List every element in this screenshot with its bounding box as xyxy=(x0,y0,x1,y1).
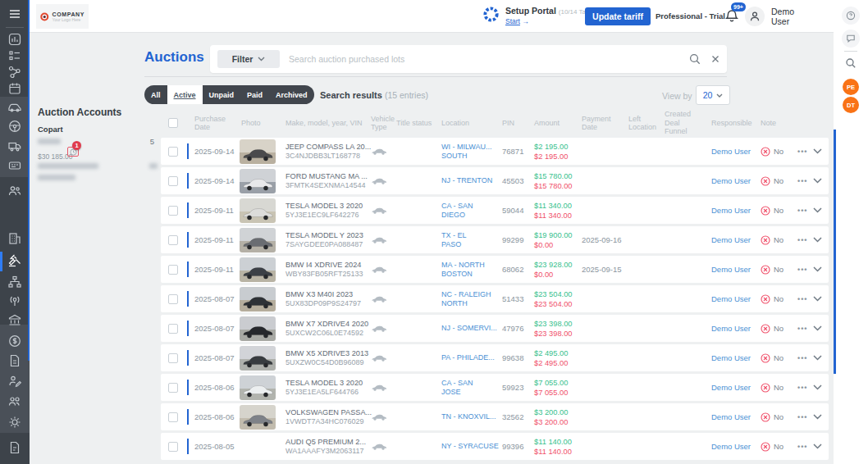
vehicle-make-model[interactable]: FORD MUSTANG MA ... xyxy=(286,172,364,180)
account-name-redacted[interactable] xyxy=(38,139,61,144)
pe-shortcut-button[interactable]: PE xyxy=(843,79,859,95)
truck-icon[interactable] xyxy=(0,137,30,155)
vehicle-make-model[interactable]: JEEP COMPASS LA 20... xyxy=(286,143,364,151)
table-row[interactable]: 2025-08-07 BMW X5 XDRIVE3 2013 5UXZW0C54… xyxy=(161,344,829,371)
broadcast-icon[interactable] xyxy=(0,292,30,310)
setup-start-link[interactable]: Start xyxy=(505,17,520,25)
row-expand-button[interactable] xyxy=(806,444,829,449)
responsible-link[interactable]: Demo User xyxy=(701,176,750,185)
table-row[interactable]: 2025-09-11 BMW I4 XDRIVE 2024 WBY83FB05R… xyxy=(161,256,829,283)
vehicle-photo[interactable] xyxy=(240,346,276,371)
location-link[interactable]: NJ - SOMERVI... xyxy=(436,324,491,333)
vehicle-make-model[interactable]: TESLA MODEL 3 2020 xyxy=(286,202,364,210)
bank-icon[interactable] xyxy=(0,311,30,329)
col-purchase-date[interactable]: Purchase Date xyxy=(189,110,236,136)
vehicle-photo[interactable] xyxy=(240,169,276,193)
table-scrollbar[interactable] xyxy=(834,130,836,374)
manager-icon[interactable] xyxy=(0,372,30,390)
row-expand-button[interactable] xyxy=(806,237,829,243)
row-checkbox[interactable] xyxy=(168,383,178,393)
sidebar-scrollbar[interactable] xyxy=(28,0,30,361)
vehicle-photo[interactable] xyxy=(240,405,276,430)
location-link[interactable]: NC - RALEIGHNORTH xyxy=(436,290,491,308)
row-checkbox[interactable] xyxy=(168,147,178,157)
location-link[interactable]: TX - ELPASO xyxy=(436,231,491,249)
col-note[interactable]: Note xyxy=(750,110,788,136)
row-checkbox[interactable] xyxy=(168,176,178,186)
row-expand-button[interactable] xyxy=(806,148,829,154)
row-expand-button[interactable] xyxy=(806,384,829,390)
select-all-checkbox[interactable] xyxy=(168,118,178,128)
vehicle-make-model[interactable]: BMW X3 M40I 2023 xyxy=(286,290,364,298)
tab-active[interactable]: Active xyxy=(167,85,203,104)
col-pin[interactable]: PIN xyxy=(491,110,523,136)
row-menu-button[interactable]: ••• xyxy=(788,354,806,362)
user-name[interactable]: DemoUser xyxy=(771,7,794,26)
table-row[interactable]: 2025-09-14 JEEP COMPASS LA 20... 3C4NJDB… xyxy=(161,138,829,165)
col-responsible[interactable]: Responsible xyxy=(701,110,750,136)
tasks-icon[interactable] xyxy=(0,47,30,65)
col-title-status[interactable]: Title status xyxy=(395,110,436,136)
row-expand-button[interactable] xyxy=(806,266,829,272)
vehicle-photo[interactable] xyxy=(240,228,276,252)
row-checkbox[interactable] xyxy=(168,294,178,304)
tab-all[interactable]: All xyxy=(144,85,167,104)
table-row[interactable]: 2025-08-07 BMW X3 M40I 2023 5UX83DP09P9S… xyxy=(161,285,829,312)
table-row[interactable]: 2025-08-05 AUDI Q5 PREMIUM 2... WA1AAAFY… xyxy=(161,433,829,460)
col-payment-date[interactable]: Payment Date xyxy=(571,110,618,136)
row-menu-button[interactable]: ••• xyxy=(788,236,806,244)
responsible-link[interactable]: Demo User xyxy=(701,353,750,362)
documents-icon[interactable] xyxy=(0,352,30,370)
team-icon[interactable] xyxy=(0,393,30,411)
responsible-link[interactable]: Demo User xyxy=(701,206,750,215)
vehicle-make-model[interactable]: TESLA MODEL Y 2023 xyxy=(286,231,364,239)
tab-archived[interactable]: Archived xyxy=(269,85,314,104)
row-menu-button[interactable]: ••• xyxy=(788,295,806,303)
row-expand-button[interactable] xyxy=(806,325,829,331)
location-link[interactable]: TN - KNOXVIL... xyxy=(436,412,491,421)
row-menu-button[interactable]: ••• xyxy=(788,177,806,185)
row-menu-button[interactable]: ••• xyxy=(788,443,806,451)
dt-shortcut-button[interactable]: DT xyxy=(843,97,859,113)
vehicle-photo[interactable] xyxy=(240,375,276,400)
row-checkbox[interactable] xyxy=(168,412,178,422)
auction-provider[interactable]: Copart xyxy=(38,125,161,134)
help-icon[interactable] xyxy=(842,7,860,25)
row-checkbox[interactable] xyxy=(168,235,178,245)
row-expand-button[interactable] xyxy=(806,178,829,184)
responsible-link[interactable]: Demo User xyxy=(701,412,750,421)
vehicle-photo[interactable] xyxy=(240,257,276,282)
row-menu-button[interactable]: ••• xyxy=(788,266,806,274)
row-checkbox[interactable] xyxy=(168,353,178,363)
location-link[interactable]: CA - SANDIEGO xyxy=(436,202,491,220)
calendar-icon[interactable] xyxy=(0,80,30,98)
clear-search-icon[interactable] xyxy=(709,52,722,66)
responsible-link[interactable]: Demo User xyxy=(701,235,750,244)
steering-wheel-icon[interactable] xyxy=(0,117,30,135)
row-checkbox[interactable] xyxy=(168,324,178,334)
location-link[interactable]: WI - MILWAU...SOUTH xyxy=(436,143,491,161)
row-expand-button[interactable] xyxy=(806,414,829,420)
row-menu-button[interactable]: ••• xyxy=(788,148,806,156)
car-auction-icon[interactable] xyxy=(0,98,30,116)
responsible-link[interactable]: Demo User xyxy=(701,147,750,156)
auctions-icon[interactable] xyxy=(0,252,30,270)
location-link[interactable]: MA - NORTHBOSTON xyxy=(436,261,491,279)
row-menu-button[interactable]: ••• xyxy=(788,413,806,421)
col-amount[interactable]: Amount xyxy=(523,110,571,136)
col-make[interactable]: Make, model, year, VIN xyxy=(281,110,364,136)
vehicle-make-model[interactable]: BMW X7 XDRIVE4 2020 xyxy=(286,320,364,328)
table-row[interactable]: 2025-08-06 VOLKSWAGEN PASSA... 1VWDT7A34… xyxy=(161,403,829,430)
account-email-redacted[interactable] xyxy=(38,163,98,169)
vehicle-make-model[interactable]: VOLKSWAGEN PASSA... xyxy=(286,408,364,416)
row-checkbox[interactable] xyxy=(168,265,178,275)
company-icon[interactable] xyxy=(0,230,30,248)
responsible-link[interactable]: Demo User xyxy=(701,324,750,333)
location-link[interactable]: NY - SYRACUSE xyxy=(436,442,491,451)
table-row[interactable]: 2025-09-11 TESLA MODEL Y 2023 7SAYGDEE0P… xyxy=(161,226,829,253)
table-row[interactable]: 2025-08-06 TESLA MODEL 3 2020 5YJ3E1EA5L… xyxy=(161,374,829,401)
integrations-icon[interactable] xyxy=(0,63,30,81)
filter-button[interactable]: Filter xyxy=(217,50,280,68)
location-link[interactable]: PA - PHILADE... xyxy=(436,353,491,362)
responsible-link[interactable]: Demo User xyxy=(701,383,750,392)
